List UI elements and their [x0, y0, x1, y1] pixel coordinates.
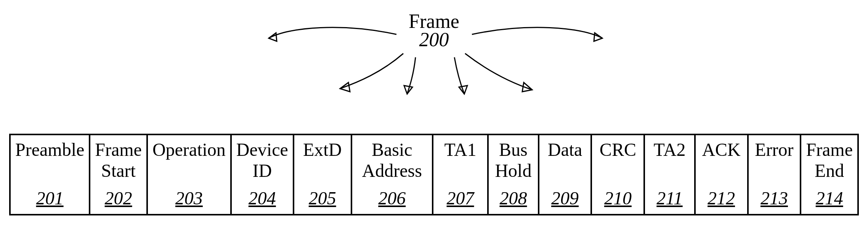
cell-frame-start: Frame Start 202 — [89, 135, 146, 214]
field-ref: 206 — [378, 188, 406, 209]
field-ref: 207 — [447, 188, 474, 209]
cell-basic-address: Basic Address 206 — [351, 135, 432, 214]
cell-ack: ACK 212 — [694, 135, 747, 214]
field-ref: 208 — [499, 188, 527, 209]
field-ref: 203 — [175, 188, 203, 209]
cell-frame-end: Frame End 214 — [800, 135, 857, 214]
field-line: Frame — [95, 139, 142, 160]
field-line: Device — [236, 139, 288, 160]
field-line: Data — [548, 139, 582, 160]
field-line: Address — [362, 160, 422, 181]
field-line: ExtD — [303, 139, 342, 160]
svg-marker-4 — [522, 83, 532, 92]
cell-operation: Operation 203 — [146, 135, 230, 214]
field-line: Bus — [499, 139, 528, 160]
svg-marker-2 — [404, 86, 412, 94]
cell-data: Data 209 — [538, 135, 591, 214]
cell-extd: ExtD 205 — [293, 135, 351, 214]
field-ref: 205 — [309, 188, 336, 209]
cell-ta1: TA1 207 — [432, 135, 487, 214]
frame-ref: 200 — [409, 30, 459, 50]
field-line: Frame — [806, 139, 853, 160]
field-line: Hold — [495, 160, 531, 181]
svg-marker-5 — [594, 33, 602, 41]
cell-preamble: Preamble 201 — [11, 135, 89, 214]
svg-marker-3 — [459, 86, 467, 94]
field-ref: 209 — [551, 188, 579, 209]
field-line: Preamble — [15, 139, 84, 160]
field-line: TA1 — [444, 139, 476, 160]
field-line: Start — [101, 160, 136, 181]
cell-device-id: Device ID 204 — [230, 135, 293, 214]
field-line: ID — [252, 160, 272, 181]
field-ref: 201 — [36, 188, 64, 209]
field-ref: 213 — [761, 188, 788, 209]
cell-ta2: TA2 211 — [643, 135, 694, 214]
field-line: ACK — [702, 139, 740, 160]
field-ref: 204 — [249, 188, 276, 209]
frame-fields-table: Preamble 201 Frame Start 202 Operation 2… — [9, 134, 859, 215]
field-line: Basic — [372, 139, 412, 160]
field-ref: 212 — [708, 188, 735, 209]
cell-bus-hold: Bus Hold 208 — [487, 135, 537, 214]
cell-crc: CRC 210 — [590, 135, 643, 214]
field-line: TA2 — [653, 139, 685, 160]
frame-title-group: Frame 200 — [409, 11, 459, 50]
field-ref: 214 — [816, 188, 843, 209]
field-line: Error — [755, 139, 793, 160]
field-line: Operation — [152, 139, 226, 160]
field-ref: 210 — [604, 188, 632, 209]
field-line: End — [815, 160, 844, 181]
field-line: CRC — [600, 139, 636, 160]
field-ref: 202 — [105, 188, 132, 209]
field-ref: 211 — [656, 188, 682, 209]
cell-error: Error 213 — [747, 135, 800, 214]
svg-marker-1 — [340, 83, 350, 92]
svg-marker-0 — [269, 33, 277, 41]
